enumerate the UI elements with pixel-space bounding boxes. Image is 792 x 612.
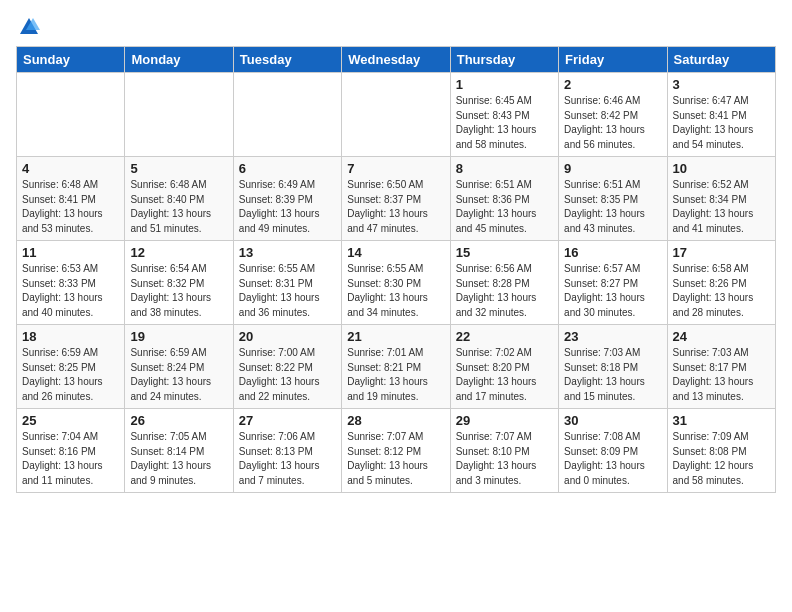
calendar-cell: 4Sunrise: 6:48 AMSunset: 8:41 PMDaylight… bbox=[17, 157, 125, 241]
day-info: Sunrise: 6:55 AMSunset: 8:30 PMDaylight:… bbox=[347, 262, 444, 320]
day-info: Sunrise: 6:48 AMSunset: 8:41 PMDaylight:… bbox=[22, 178, 119, 236]
day-number: 27 bbox=[239, 413, 336, 428]
calendar-cell bbox=[342, 73, 450, 157]
weekday-header-friday: Friday bbox=[559, 47, 667, 73]
day-number: 10 bbox=[673, 161, 770, 176]
day-info: Sunrise: 7:04 AMSunset: 8:16 PMDaylight:… bbox=[22, 430, 119, 488]
day-number: 20 bbox=[239, 329, 336, 344]
calendar-cell bbox=[17, 73, 125, 157]
day-info: Sunrise: 7:00 AMSunset: 8:22 PMDaylight:… bbox=[239, 346, 336, 404]
calendar-cell bbox=[125, 73, 233, 157]
calendar-cell: 6Sunrise: 6:49 AMSunset: 8:39 PMDaylight… bbox=[233, 157, 341, 241]
calendar-cell: 8Sunrise: 6:51 AMSunset: 8:36 PMDaylight… bbox=[450, 157, 558, 241]
day-info: Sunrise: 6:46 AMSunset: 8:42 PMDaylight:… bbox=[564, 94, 661, 152]
weekday-header-row: SundayMondayTuesdayWednesdayThursdayFrid… bbox=[17, 47, 776, 73]
calendar-cell: 2Sunrise: 6:46 AMSunset: 8:42 PMDaylight… bbox=[559, 73, 667, 157]
day-info: Sunrise: 7:07 AMSunset: 8:12 PMDaylight:… bbox=[347, 430, 444, 488]
day-info: Sunrise: 7:09 AMSunset: 8:08 PMDaylight:… bbox=[673, 430, 770, 488]
day-info: Sunrise: 6:50 AMSunset: 8:37 PMDaylight:… bbox=[347, 178, 444, 236]
calendar-cell: 27Sunrise: 7:06 AMSunset: 8:13 PMDayligh… bbox=[233, 409, 341, 493]
calendar-cell: 20Sunrise: 7:00 AMSunset: 8:22 PMDayligh… bbox=[233, 325, 341, 409]
calendar-cell: 7Sunrise: 6:50 AMSunset: 8:37 PMDaylight… bbox=[342, 157, 450, 241]
day-info: Sunrise: 6:47 AMSunset: 8:41 PMDaylight:… bbox=[673, 94, 770, 152]
day-info: Sunrise: 7:03 AMSunset: 8:17 PMDaylight:… bbox=[673, 346, 770, 404]
day-info: Sunrise: 6:59 AMSunset: 8:25 PMDaylight:… bbox=[22, 346, 119, 404]
weekday-header-sunday: Sunday bbox=[17, 47, 125, 73]
day-info: Sunrise: 7:06 AMSunset: 8:13 PMDaylight:… bbox=[239, 430, 336, 488]
calendar-cell: 21Sunrise: 7:01 AMSunset: 8:21 PMDayligh… bbox=[342, 325, 450, 409]
calendar-cell: 16Sunrise: 6:57 AMSunset: 8:27 PMDayligh… bbox=[559, 241, 667, 325]
calendar-cell: 9Sunrise: 6:51 AMSunset: 8:35 PMDaylight… bbox=[559, 157, 667, 241]
day-info: Sunrise: 6:51 AMSunset: 8:36 PMDaylight:… bbox=[456, 178, 553, 236]
day-info: Sunrise: 7:07 AMSunset: 8:10 PMDaylight:… bbox=[456, 430, 553, 488]
calendar-cell: 1Sunrise: 6:45 AMSunset: 8:43 PMDaylight… bbox=[450, 73, 558, 157]
calendar-cell: 30Sunrise: 7:08 AMSunset: 8:09 PMDayligh… bbox=[559, 409, 667, 493]
calendar-cell: 29Sunrise: 7:07 AMSunset: 8:10 PMDayligh… bbox=[450, 409, 558, 493]
day-number: 9 bbox=[564, 161, 661, 176]
calendar-cell: 18Sunrise: 6:59 AMSunset: 8:25 PMDayligh… bbox=[17, 325, 125, 409]
logo bbox=[16, 16, 40, 38]
day-info: Sunrise: 6:53 AMSunset: 8:33 PMDaylight:… bbox=[22, 262, 119, 320]
day-info: Sunrise: 6:56 AMSunset: 8:28 PMDaylight:… bbox=[456, 262, 553, 320]
day-info: Sunrise: 6:58 AMSunset: 8:26 PMDaylight:… bbox=[673, 262, 770, 320]
day-info: Sunrise: 6:48 AMSunset: 8:40 PMDaylight:… bbox=[130, 178, 227, 236]
weekday-header-wednesday: Wednesday bbox=[342, 47, 450, 73]
calendar-table: SundayMondayTuesdayWednesdayThursdayFrid… bbox=[16, 46, 776, 493]
day-number: 11 bbox=[22, 245, 119, 260]
calendar-cell bbox=[233, 73, 341, 157]
calendar-cell: 14Sunrise: 6:55 AMSunset: 8:30 PMDayligh… bbox=[342, 241, 450, 325]
calendar-cell: 22Sunrise: 7:02 AMSunset: 8:20 PMDayligh… bbox=[450, 325, 558, 409]
day-number: 4 bbox=[22, 161, 119, 176]
calendar-week-3: 11Sunrise: 6:53 AMSunset: 8:33 PMDayligh… bbox=[17, 241, 776, 325]
page-header bbox=[16, 16, 776, 38]
day-info: Sunrise: 6:49 AMSunset: 8:39 PMDaylight:… bbox=[239, 178, 336, 236]
day-number: 31 bbox=[673, 413, 770, 428]
day-number: 30 bbox=[564, 413, 661, 428]
day-number: 17 bbox=[673, 245, 770, 260]
day-number: 6 bbox=[239, 161, 336, 176]
day-info: Sunrise: 6:52 AMSunset: 8:34 PMDaylight:… bbox=[673, 178, 770, 236]
calendar-body: 1Sunrise: 6:45 AMSunset: 8:43 PMDaylight… bbox=[17, 73, 776, 493]
calendar-cell: 24Sunrise: 7:03 AMSunset: 8:17 PMDayligh… bbox=[667, 325, 775, 409]
day-number: 15 bbox=[456, 245, 553, 260]
day-info: Sunrise: 7:05 AMSunset: 8:14 PMDaylight:… bbox=[130, 430, 227, 488]
weekday-header-tuesday: Tuesday bbox=[233, 47, 341, 73]
day-number: 3 bbox=[673, 77, 770, 92]
calendar-header: SundayMondayTuesdayWednesdayThursdayFrid… bbox=[17, 47, 776, 73]
day-number: 28 bbox=[347, 413, 444, 428]
day-number: 13 bbox=[239, 245, 336, 260]
weekday-header-thursday: Thursday bbox=[450, 47, 558, 73]
day-number: 18 bbox=[22, 329, 119, 344]
day-number: 22 bbox=[456, 329, 553, 344]
day-info: Sunrise: 7:03 AMSunset: 8:18 PMDaylight:… bbox=[564, 346, 661, 404]
day-number: 23 bbox=[564, 329, 661, 344]
calendar-cell: 13Sunrise: 6:55 AMSunset: 8:31 PMDayligh… bbox=[233, 241, 341, 325]
day-number: 21 bbox=[347, 329, 444, 344]
day-info: Sunrise: 6:59 AMSunset: 8:24 PMDaylight:… bbox=[130, 346, 227, 404]
day-info: Sunrise: 6:54 AMSunset: 8:32 PMDaylight:… bbox=[130, 262, 227, 320]
calendar-cell: 26Sunrise: 7:05 AMSunset: 8:14 PMDayligh… bbox=[125, 409, 233, 493]
calendar-cell: 5Sunrise: 6:48 AMSunset: 8:40 PMDaylight… bbox=[125, 157, 233, 241]
day-info: Sunrise: 6:45 AMSunset: 8:43 PMDaylight:… bbox=[456, 94, 553, 152]
calendar-cell: 23Sunrise: 7:03 AMSunset: 8:18 PMDayligh… bbox=[559, 325, 667, 409]
calendar-cell: 15Sunrise: 6:56 AMSunset: 8:28 PMDayligh… bbox=[450, 241, 558, 325]
logo-icon bbox=[18, 16, 40, 38]
calendar-cell: 31Sunrise: 7:09 AMSunset: 8:08 PMDayligh… bbox=[667, 409, 775, 493]
day-number: 26 bbox=[130, 413, 227, 428]
calendar-cell: 11Sunrise: 6:53 AMSunset: 8:33 PMDayligh… bbox=[17, 241, 125, 325]
day-number: 14 bbox=[347, 245, 444, 260]
day-number: 7 bbox=[347, 161, 444, 176]
calendar-cell: 28Sunrise: 7:07 AMSunset: 8:12 PMDayligh… bbox=[342, 409, 450, 493]
calendar-cell: 10Sunrise: 6:52 AMSunset: 8:34 PMDayligh… bbox=[667, 157, 775, 241]
day-info: Sunrise: 7:08 AMSunset: 8:09 PMDaylight:… bbox=[564, 430, 661, 488]
calendar-cell: 19Sunrise: 6:59 AMSunset: 8:24 PMDayligh… bbox=[125, 325, 233, 409]
calendar-week-5: 25Sunrise: 7:04 AMSunset: 8:16 PMDayligh… bbox=[17, 409, 776, 493]
weekday-header-saturday: Saturday bbox=[667, 47, 775, 73]
weekday-header-monday: Monday bbox=[125, 47, 233, 73]
calendar-cell: 25Sunrise: 7:04 AMSunset: 8:16 PMDayligh… bbox=[17, 409, 125, 493]
calendar-cell: 17Sunrise: 6:58 AMSunset: 8:26 PMDayligh… bbox=[667, 241, 775, 325]
day-number: 8 bbox=[456, 161, 553, 176]
calendar-week-2: 4Sunrise: 6:48 AMSunset: 8:41 PMDaylight… bbox=[17, 157, 776, 241]
day-info: Sunrise: 7:02 AMSunset: 8:20 PMDaylight:… bbox=[456, 346, 553, 404]
day-number: 19 bbox=[130, 329, 227, 344]
